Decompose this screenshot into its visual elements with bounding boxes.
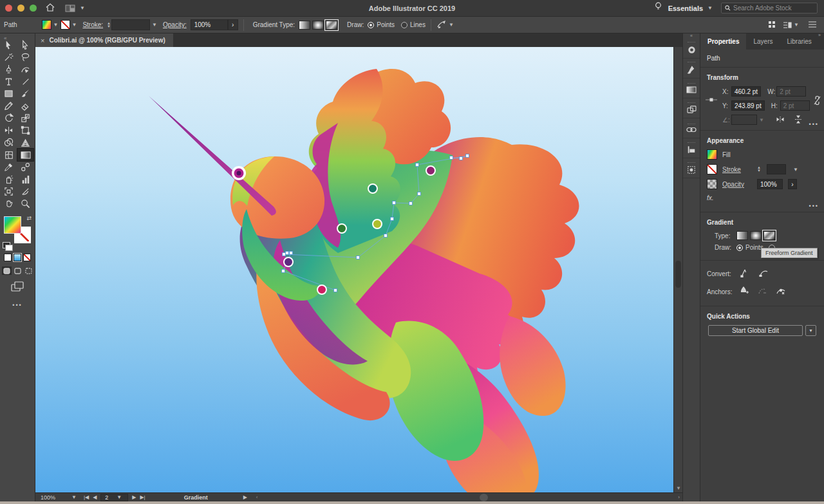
document-setup-icon[interactable]: ▼	[783, 21, 801, 29]
eraser-tool[interactable]	[17, 100, 33, 112]
column-graph-tool[interactable]	[17, 173, 33, 185]
close-tab-icon[interactable]: ×	[41, 37, 44, 44]
opacity-field[interactable]: 100%	[191, 19, 228, 30]
draw-points-radio[interactable]: Points	[736, 244, 763, 251]
draw-points-radio[interactable]: Points	[368, 21, 395, 28]
y-field[interactable]: 243.89 pt	[731, 100, 765, 111]
anchor-point[interactable]	[384, 234, 388, 238]
start-global-edit-button[interactable]: Start Global Edit	[708, 325, 803, 336]
transform-more-options[interactable]: •••	[809, 121, 819, 127]
gradient-panel-button[interactable]	[683, 79, 700, 98]
stroke-weight-field[interactable]	[767, 164, 786, 174]
stroke-weight-stepper[interactable]: ▲▼	[757, 166, 761, 173]
constrain-proportions-icon[interactable]	[813, 95, 821, 107]
artboards-panel-button[interactable]	[683, 138, 700, 158]
symbol-sprayer-tool[interactable]	[1, 173, 17, 185]
links-panel-button[interactable]	[683, 118, 700, 138]
draw-normal-mode-button[interactable]	[2, 266, 12, 275]
close-window-button[interactable]	[5, 5, 12, 12]
transparency-panel-button[interactable]	[683, 98, 700, 118]
flip-vertical-button[interactable]	[794, 115, 802, 125]
adobe-stock-search[interactable]: Search Adobe Stock	[721, 3, 818, 14]
anchor-point[interactable]	[334, 289, 337, 292]
appearance-fill-swatch[interactable]	[707, 149, 717, 160]
anchor-point[interactable]	[391, 218, 394, 221]
scroll-left-icon[interactable]: ‹	[256, 494, 258, 500]
hand-tool[interactable]	[1, 198, 17, 210]
shaper-tool[interactable]	[1, 100, 17, 112]
draw-inside-mode-button[interactable]	[24, 266, 33, 275]
artboard-canvas[interactable]	[35, 47, 682, 492]
fill-color-control[interactable]: ▼	[42, 20, 61, 30]
linear-gradient-button[interactable]	[736, 231, 748, 240]
document-tab[interactable]: × Colibri.ai @ 100% (RGB/GPU Preview)	[35, 33, 173, 47]
opacity-expand-button[interactable]: ›	[788, 179, 797, 189]
home-icon[interactable]	[46, 3, 55, 14]
scale-tool[interactable]	[17, 112, 33, 124]
dock-collapse-icon[interactable]: «	[683, 33, 700, 39]
anchor-point[interactable]	[450, 156, 453, 160]
gradient-stop-point[interactable]	[368, 184, 377, 193]
stroke-weight-label[interactable]: Stroke:	[82, 21, 103, 28]
width-tool[interactable]	[1, 124, 17, 136]
default-fill-stroke-icon[interactable]	[3, 242, 10, 248]
gradient-tool[interactable]	[17, 149, 33, 161]
remove-anchor-button[interactable]	[758, 287, 767, 296]
convert-to-smooth-button[interactable]	[759, 269, 769, 278]
radial-gradient-button[interactable]	[750, 231, 762, 240]
color-panel-button[interactable]	[683, 39, 700, 59]
anchor-point[interactable]	[290, 252, 293, 255]
draw-behind-mode-button[interactable]	[13, 266, 23, 275]
linear-gradient-button[interactable]	[299, 21, 310, 30]
gradient-stop-point[interactable]	[284, 257, 293, 266]
appearance-opacity-swatch[interactable]	[707, 179, 717, 189]
anchor-point[interactable]	[418, 192, 421, 196]
paintbrush-tool[interactable]	[17, 88, 33, 100]
last-artboard-button[interactable]: ▶|	[140, 494, 145, 500]
fill-stroke-indicator[interactable]: ⇄	[3, 215, 32, 245]
gradient-annotator-toggle[interactable]	[436, 20, 447, 30]
horizontal-scrollbar[interactable]: ›	[267, 493, 682, 502]
perspective-grid-tool[interactable]	[17, 136, 33, 149]
lasso-tool[interactable]	[17, 51, 33, 63]
lightbulb-icon[interactable]	[655, 2, 662, 14]
stroke-weight-stepper[interactable]: ▲▼	[107, 22, 111, 28]
tab-properties[interactable]: Properties	[700, 33, 746, 50]
first-artboard-button[interactable]: |◀	[84, 494, 89, 500]
none-button[interactable]	[23, 254, 31, 261]
gradient-stop-point[interactable]	[426, 166, 435, 175]
stroke-color-control[interactable]: ▼	[61, 20, 79, 30]
appearance-stroke-swatch[interactable]	[707, 164, 717, 174]
slice-tool[interactable]	[17, 185, 33, 198]
asset-export-panel-button[interactable]	[683, 158, 700, 178]
scroll-down-icon[interactable]: ▼	[676, 485, 681, 491]
blend-tool[interactable]	[17, 161, 33, 173]
global-edit-options-button[interactable]: ▼	[805, 325, 816, 336]
opacity-label[interactable]: Opacity	[722, 181, 752, 188]
gradient-button[interactable]	[14, 254, 21, 261]
edit-toolbar-button[interactable]: •••	[0, 302, 35, 308]
freeform-gradient-button[interactable]	[326, 21, 337, 30]
vertical-scrollbar-thumb[interactable]	[675, 261, 681, 288]
angle-field[interactable]	[731, 115, 757, 125]
artboard-number-select[interactable]: 2 ▼	[100, 494, 128, 501]
brushes-panel-button[interactable]	[683, 59, 700, 79]
gradient-stop-point[interactable]	[317, 285, 326, 294]
h-field[interactable]: 2 pt	[780, 100, 810, 111]
fx-button[interactable]: fx.	[707, 194, 818, 201]
anchor-point[interactable]	[286, 252, 289, 255]
color-button[interactable]	[4, 254, 12, 261]
workspace-layout-switcher[interactable]: ▼	[65, 5, 87, 12]
anchor-point[interactable]	[283, 253, 286, 256]
anchor-point[interactable]	[460, 157, 463, 160]
artboard-tool[interactable]	[1, 185, 17, 198]
reference-point-locator[interactable]	[706, 97, 717, 104]
curvature-tool[interactable]	[17, 63, 33, 75]
freeform-gradient-button[interactable]	[763, 231, 775, 240]
mesh-tool[interactable]	[1, 149, 17, 161]
stroke-label[interactable]: Stroke	[722, 166, 752, 173]
anchor-point[interactable]	[393, 201, 396, 205]
rotate-tool[interactable]	[1, 112, 17, 124]
pen-tool[interactable]	[1, 63, 17, 75]
add-anchor-button[interactable]	[739, 286, 749, 297]
